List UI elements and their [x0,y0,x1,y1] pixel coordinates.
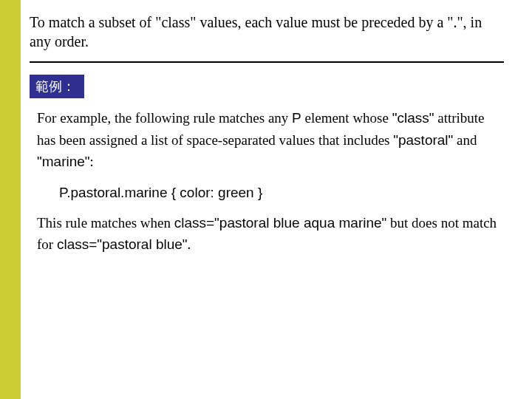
left-accent-bar [0,0,21,399]
code-p: P [292,110,301,126]
code-match: class="pastoral blue aqua marine" [174,215,387,231]
p1-d: and [453,132,477,148]
paragraph-1: For example, the following rule matches … [37,107,504,172]
paragraph-2: This rule matches when class="pastoral b… [37,212,504,256]
example-body: For example, the following rule matches … [37,107,504,256]
code-example: P.pastoral.marine { color: green } [59,182,504,203]
code-nomatch: class="pastoral blue" [57,236,188,252]
divider [30,61,504,63]
code-pastoral: "pastoral" [393,132,453,148]
slide-content: To match a subset of "class" values, eac… [30,0,532,256]
p1-a: For example, the following rule matches … [37,110,292,126]
code-marine: "marine" [37,154,90,169]
example-chip: 範例： [30,75,84,98]
p2-a: This rule matches when [37,215,174,231]
p1-e: : [90,154,94,169]
code-class: "class" [392,110,434,126]
intro-text: To match a subset of "class" values, eac… [30,13,504,51]
p1-b: element whose [301,110,392,126]
p2-c: . [188,236,191,252]
